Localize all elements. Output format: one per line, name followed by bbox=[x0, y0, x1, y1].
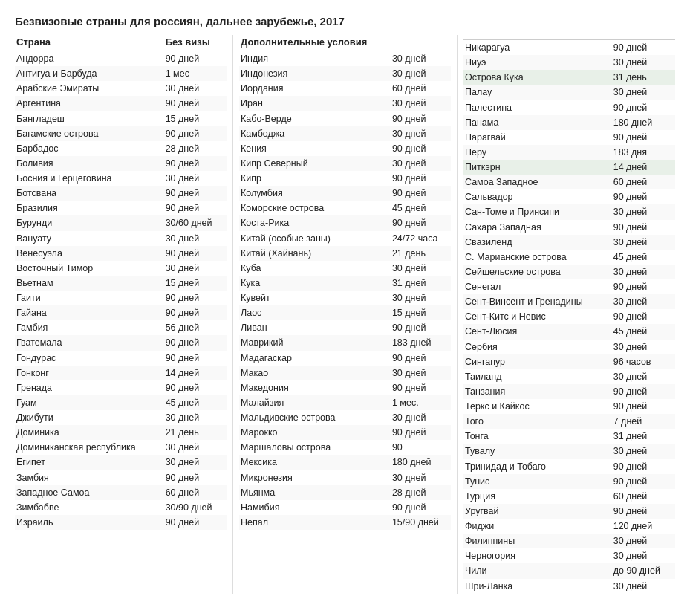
country-cell: Барбадос bbox=[15, 141, 164, 156]
country-cell: Того bbox=[463, 414, 612, 429]
visa-cell: 15 дней bbox=[391, 305, 451, 320]
col1-header-visa: Без визы bbox=[164, 35, 227, 51]
country-cell: Питкэрн bbox=[463, 160, 612, 175]
visa-cell: 28 дней bbox=[164, 141, 227, 156]
visa-cell: 30 дней bbox=[164, 261, 227, 276]
table-row: Доминика 21 день bbox=[15, 425, 227, 440]
visa-cell: 90 дней bbox=[391, 141, 451, 156]
table-row: Сингапур 96 часов bbox=[463, 354, 675, 369]
visa-cell: 90 дней bbox=[391, 351, 451, 366]
visa-cell: 14 дней bbox=[612, 160, 675, 175]
visa-cell: 30 дней bbox=[391, 261, 451, 276]
table-row: Маврикий 183 дней bbox=[239, 335, 451, 350]
table-row: Фиджи 120 дней bbox=[463, 519, 675, 534]
table-row: Сент-Винсент и Гренадины 30 дней bbox=[463, 294, 675, 309]
visa-cell: 1 мес bbox=[164, 66, 227, 81]
visa-cell: 30 дней bbox=[391, 126, 451, 141]
visa-cell: 28 дней bbox=[391, 485, 451, 500]
country-cell: Палау bbox=[463, 85, 612, 100]
table-row: Барбадос 28 дней bbox=[15, 141, 227, 156]
table-row: Гватемала 90 дней bbox=[15, 335, 227, 350]
country-cell: Гуам bbox=[15, 395, 164, 410]
table-row: Тонга 31 дней bbox=[463, 429, 675, 444]
country-cell: Тувалу bbox=[463, 444, 612, 458]
country-cell: Палестина bbox=[463, 100, 612, 115]
visa-cell: 30 дней bbox=[612, 235, 675, 250]
country-cell: Сейшельские острова bbox=[463, 265, 612, 279]
country-cell: Колумбия bbox=[239, 186, 391, 201]
country-cell: Иран bbox=[239, 96, 391, 111]
visa-cell: 90 дней bbox=[164, 351, 227, 366]
table-row: Мадагаскар 90 дней bbox=[239, 351, 451, 366]
table-row: Коста-Рика 90 дней bbox=[239, 215, 451, 230]
table-row: Андорра 90 дней bbox=[15, 51, 227, 67]
table-row: Микронезия 30 дней bbox=[239, 470, 451, 485]
visa-cell: 30 дней bbox=[391, 366, 451, 380]
visa-cell: 90 дней bbox=[164, 305, 227, 320]
table-row: Кувейт 30 дней bbox=[239, 291, 451, 305]
table-row: Тринидад и Тобаго 90 дней bbox=[463, 459, 675, 474]
country-cell: Кабо-Верде bbox=[239, 111, 391, 126]
table-row: Намибия 90 дней bbox=[239, 500, 451, 515]
visa-cell: 15 дней bbox=[164, 276, 227, 291]
country-cell: Гватемала bbox=[15, 335, 164, 350]
visa-cell: 30/60 дней bbox=[164, 215, 227, 230]
table-row: Ниуэ 30 дней bbox=[463, 55, 675, 70]
visa-cell: 90 дней bbox=[164, 515, 227, 530]
table-row: Вьетнам 15 дней bbox=[15, 276, 227, 291]
visa-cell: 90 дней bbox=[164, 291, 227, 305]
visa-cell: 90 дней bbox=[391, 500, 451, 515]
col1-header-country: Страна bbox=[15, 35, 164, 51]
table-row: Аргентина 90 дней bbox=[15, 96, 227, 111]
visa-cell: 90 дней bbox=[164, 380, 227, 395]
country-cell: Доминиканская республика bbox=[15, 440, 164, 455]
visa-cell: 90 дней bbox=[612, 279, 675, 294]
country-cell: Гамбия bbox=[15, 320, 164, 335]
country-cell: Индонезия bbox=[239, 66, 391, 81]
country-cell: Бурунди bbox=[15, 215, 164, 230]
table-row: Вануату 30 дней bbox=[15, 231, 227, 246]
main-table-container: Страна Без визы Андорра 90 дней Антигуа … bbox=[15, 35, 675, 594]
table-row: Гаити 90 дней bbox=[15, 291, 227, 305]
visa-cell: 60 дней bbox=[612, 489, 675, 504]
table-row: Палау 30 дней bbox=[463, 85, 675, 100]
visa-cell: 90 дней bbox=[391, 425, 451, 440]
table-row: Макао 30 дней bbox=[239, 366, 451, 380]
table-row: Ботсвана 90 дней bbox=[15, 186, 227, 201]
table-row: Гондурас 90 дней bbox=[15, 351, 227, 366]
country-cell: Филиппины bbox=[463, 534, 612, 548]
visa-cell: 30 дней bbox=[612, 369, 675, 384]
country-cell: Джибути bbox=[15, 410, 164, 425]
visa-cell: 120 дней bbox=[612, 519, 675, 534]
visa-cell: 90 дней bbox=[612, 130, 675, 145]
table-row: Ливан 90 дней bbox=[239, 320, 451, 335]
table-row: Восточный Тимор 30 дней bbox=[15, 261, 227, 276]
visa-cell: 90 дней bbox=[612, 220, 675, 235]
country-cell: Китай (Хайнань) bbox=[239, 246, 391, 261]
table-row: Сахара Западная 90 дней bbox=[463, 220, 675, 235]
country-cell: Марокко bbox=[239, 425, 391, 440]
visa-cell: 45 дней bbox=[612, 250, 675, 265]
table-row: Самоа Западное 60 дней bbox=[463, 175, 675, 189]
country-cell: Гайана bbox=[15, 305, 164, 320]
table-row: С. Марианские острова 45 дней bbox=[463, 250, 675, 265]
visa-cell: 30 дней bbox=[612, 534, 675, 548]
table-row: Кипр Северный 30 дней bbox=[239, 156, 451, 171]
table-row: Коморские острова 45 дней bbox=[239, 201, 451, 215]
table-row: Палестина 90 дней bbox=[463, 100, 675, 115]
table-row: Бразилия 90 дней bbox=[15, 201, 227, 215]
table-row: Египет 30 дней bbox=[15, 455, 227, 470]
visa-cell: до 90 дней bbox=[612, 563, 675, 578]
visa-cell: 183 дня bbox=[612, 145, 675, 160]
visa-cell: 30 дней bbox=[391, 66, 451, 81]
visa-cell: 90 дней bbox=[612, 504, 675, 519]
table-row: Мьянма 28 дней bbox=[239, 485, 451, 500]
table-row: Сент-Люсия 45 дней bbox=[463, 324, 675, 339]
table-row: Тунис 90 дней bbox=[463, 474, 675, 489]
table-row: Кения 90 дней bbox=[239, 141, 451, 156]
visa-cell: 56 дней bbox=[164, 320, 227, 335]
visa-cell: 30/90 дней bbox=[164, 500, 227, 515]
col3-table: Никарагуа 90 дней Ниуэ 30 дней Острова К… bbox=[463, 35, 675, 594]
visa-cell: 30 дней bbox=[612, 340, 675, 354]
table-row: Теркс и Кайкос 90 дней bbox=[463, 399, 675, 414]
